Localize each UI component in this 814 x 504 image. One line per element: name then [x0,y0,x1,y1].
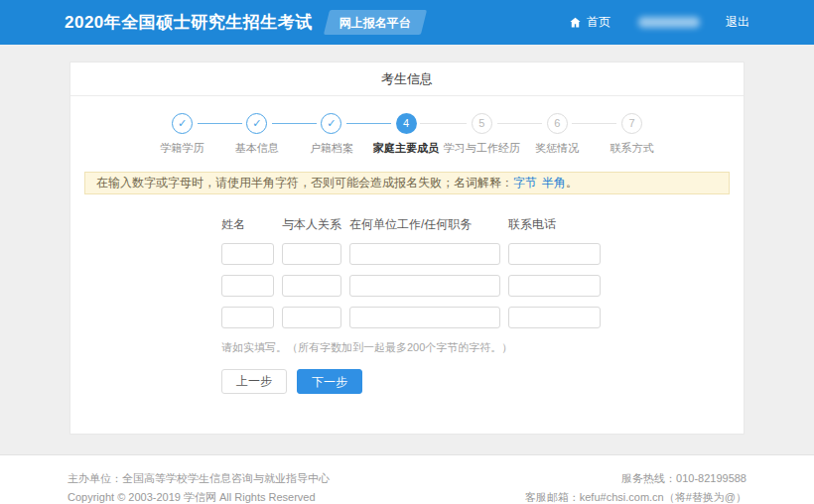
member-2-phone-input[interactable] [508,275,601,297]
step-3-household-archive[interactable]: ✓ 户籍档案 [294,113,368,156]
footer-hotline: 服务热线：010-82199588 [525,469,746,488]
footer-organizer: 主办单位：全国高等学校学生信息咨询与就业指导中心 [68,469,330,488]
member-3-phone-input[interactable] [508,307,601,328]
top-header: 2020年全国硕士研究生招生考试 网上报名平台 首页 退出 [0,0,814,45]
phone-column-label: 联系电话 [508,216,601,233]
member-row-3 [221,307,744,328]
member-3-name-input[interactable] [221,307,274,328]
nav-home-link[interactable]: 首页 [569,14,610,31]
member-1-workplace-input[interactable] [349,243,500,265]
member-2-name-input[interactable] [221,275,274,297]
step-number: 4 [396,113,417,134]
main-area: 考生信息 ✓ 学籍学历 ✓ 基本信息 ✓ 户籍档案 4 家庭主要成员 5 学习与… [0,45,814,435]
name-column-label: 姓名 [221,216,274,233]
step-6-rewards-punishments: 6 奖惩情况 [520,113,595,156]
footer-left: 主办单位：全国高等学校学生信息咨询与就业指导中心 Copyright © 200… [68,469,330,504]
page-title: 考生信息 [70,63,744,96]
step-label: 联系方式 [595,141,669,156]
byte-definition-link[interactable]: 字节 [513,176,537,189]
member-2-workplace-input[interactable] [349,275,500,297]
username-redacted[interactable] [638,17,700,28]
stepper: ✓ 学籍学历 ✓ 基本信息 ✓ 户籍档案 4 家庭主要成员 5 学习与工作经历 … [145,113,669,156]
form-buttons: 上一步 下一步 [221,369,744,394]
footer-email: 客服邮箱：kefu#chsi.com.cn（将#替换为@） [525,488,746,504]
next-step-button[interactable]: 下一步 [297,369,362,394]
notice-text: 在输入数字或字母时，请使用半角字符，否则可能会造成报名失败；名词解释： [96,176,513,189]
column-headers: 姓名 与本人关系 在何单位工作/任何职务 联系电话 [221,216,744,233]
home-icon [569,16,582,29]
platform-badge-label: 网上报名平台 [339,15,411,32]
step-label: 家庭主要成员 [369,141,444,156]
member-row-2 [221,275,744,297]
step-number: 7 [621,113,642,134]
member-3-relation-input[interactable] [282,307,341,328]
footer-copyright: Copyright © 2003-2019 学信网 All Rights Res… [68,488,330,504]
step-1-school-record[interactable]: ✓ 学籍学历 [145,113,219,156]
family-members-form: 姓名 与本人关系 在何单位工作/任何职务 联系电话 [70,216,744,394]
check-icon: ✓ [172,113,193,134]
step-number: 5 [472,113,492,134]
step-5-study-work-experience: 5 学习与工作经历 [444,113,520,156]
step-7-contact-info: 7 联系方式 [595,113,669,156]
member-1-relation-input[interactable] [282,243,341,265]
member-1-phone-input[interactable] [508,243,601,265]
check-icon: ✓ [246,113,267,134]
candidate-info-card: 考生信息 ✓ 学籍学历 ✓ 基本信息 ✓ 户籍档案 4 家庭主要成员 5 学习与… [69,62,745,435]
step-label: 学籍学历 [145,141,219,156]
step-label: 户籍档案 [294,141,368,156]
halfwidth-notice-bar: 在输入数字或字母时，请使用半角字符，否则可能会造成报名失败；名词解释：字节半角。 [84,172,730,194]
step-label: 学习与工作经历 [444,141,520,156]
step-label: 基本信息 [219,141,294,156]
member-3-workplace-input[interactable] [349,307,500,328]
app-title: 2020年全国硕士研究生招生考试 [65,11,313,34]
halfwidth-definition-link[interactable]: 半角 [542,176,566,189]
check-icon: ✓ [321,113,341,134]
member-1-name-input[interactable] [221,243,274,265]
platform-badge: 网上报名平台 [324,10,427,35]
step-4-family-members[interactable]: 4 家庭主要成员 [369,113,444,156]
relation-column-label: 与本人关系 [282,216,341,233]
previous-step-button[interactable]: 上一步 [221,369,287,394]
step-2-basic-info[interactable]: ✓ 基本信息 [219,113,294,156]
nav-home-label: 首页 [587,14,610,31]
member-2-relation-input[interactable] [282,275,341,297]
workplace-column-label: 在何单位工作/任何职务 [349,216,500,233]
step-label: 奖惩情况 [520,141,595,156]
page-footer: 主办单位：全国高等学校学生信息咨询与就业指导中心 Copyright © 200… [0,454,814,504]
notice-suffix: 。 [566,176,578,189]
logout-link[interactable]: 退出 [726,14,749,31]
step-number: 6 [547,113,568,134]
footer-right: 服务热线：010-82199588 客服邮箱：kefu#chsi.com.cn（… [525,469,746,504]
fill-truthfully-note: 请如实填写。（所有字数加到一起最多200个字节的字符。） [221,340,744,355]
member-row-1 [221,243,744,265]
